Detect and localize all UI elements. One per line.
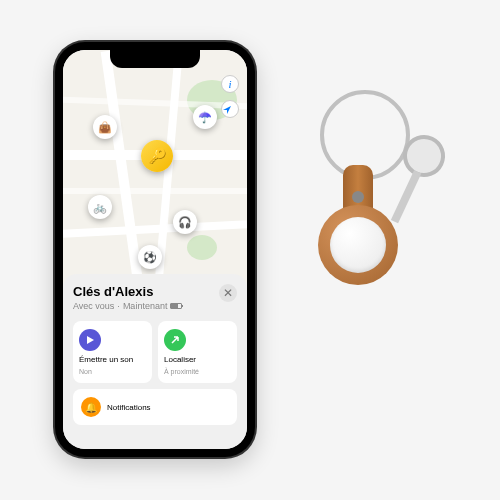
ball-icon: ⚽	[143, 251, 157, 264]
map-pin-headphones[interactable]: 🎧	[173, 210, 197, 234]
locate-card[interactable]: Localiser À proximité	[158, 321, 237, 383]
locate-sub: À proximité	[164, 368, 231, 375]
locate-label: Localiser	[164, 355, 231, 364]
item-title: Clés d'Alexis	[73, 284, 182, 299]
location-arrow-icon	[222, 105, 232, 115]
play-sound-label: Émettre un son	[79, 355, 146, 364]
play-sound-card[interactable]: Émettre un son Non	[73, 321, 152, 383]
map-pin-bike[interactable]: 🚲	[88, 195, 112, 219]
umbrella-icon: ☂️	[198, 111, 212, 124]
close-button[interactable]: ✕	[219, 284, 237, 302]
locate-icon	[164, 329, 186, 351]
bottom-sheet: Clés d'Alexis Avec vous · Maintenant ✕	[63, 274, 247, 449]
key-icon: 🔑	[148, 147, 167, 165]
battery-icon	[170, 303, 182, 309]
info-icon: i	[228, 78, 231, 90]
notch	[110, 50, 200, 68]
close-icon: ✕	[223, 287, 233, 299]
screen: 👜 ☂️ 🔑 🚲 🎧 ⚽ i	[63, 50, 247, 449]
leather-holder	[318, 165, 398, 320]
map-info-button[interactable]: i	[221, 75, 239, 93]
item-subtitle: Avec vous · Maintenant	[73, 301, 182, 311]
bag-icon: 👜	[98, 121, 112, 134]
headphones-icon: 🎧	[178, 216, 192, 229]
play-sound-sub: Non	[79, 368, 146, 375]
map-pin-keys[interactable]: 🔑	[141, 140, 173, 172]
map-pin-bag[interactable]: 👜	[93, 115, 117, 139]
play-icon	[79, 329, 101, 351]
airtag-keychain	[300, 90, 440, 410]
notifications-label: Notifications	[107, 403, 151, 412]
notifications-card[interactable]: 🔔 Notifications	[73, 389, 237, 425]
airtag-device	[330, 217, 386, 273]
bell-icon: 🔔	[81, 397, 101, 417]
phone-frame: 👜 ☂️ 🔑 🚲 🎧 ⚽ i	[55, 42, 255, 457]
map-pin-umbrella[interactable]: ☂️	[193, 105, 217, 129]
map-locate-me-button[interactable]	[221, 100, 239, 118]
map-view[interactable]: 👜 ☂️ 🔑 🚲 🎧 ⚽ i	[63, 50, 247, 300]
map-pin-ball[interactable]: ⚽	[138, 245, 162, 269]
bike-icon: 🚲	[93, 201, 107, 214]
